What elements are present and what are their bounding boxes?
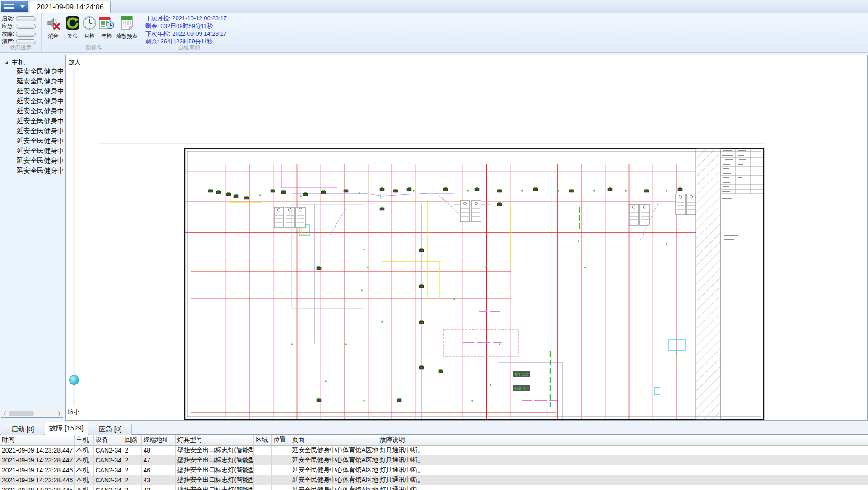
table-cell: 壁挂安全出口标志灯(智能型) <box>175 455 253 465</box>
evacuation-plan-icon <box>119 14 135 32</box>
reset-button[interactable]: 复位 <box>64 14 82 42</box>
tab-start-events[interactable]: 启动 [0] <box>1 424 44 435</box>
table-cell <box>253 465 271 475</box>
column-header[interactable]: 主机 <box>74 435 93 445</box>
table-cell: 2 <box>123 455 141 465</box>
table-row[interactable]: 2021-09-09 14:23:28.446本机CAN2-34243壁挂安全出… <box>0 475 868 485</box>
table-cell: 本机 <box>74 485 93 490</box>
tab-fault-events[interactable]: 故障 [1529] <box>45 422 88 435</box>
event-log-panel: 启动 [0] 故障 [1529] 应急 [0] 时间主机设备回路终端地址灯具型号… <box>0 421 868 490</box>
tree-item-page[interactable]: 延安全民健身中心体育馆A区地下一层 <box>1 67 63 77</box>
floorplan-canvas[interactable]: 放大 缩小 <box>65 55 868 421</box>
zoom-out-label: 缩小 <box>68 408 79 416</box>
app-window: 2021-09-09 14:24:06 启动: 应急: 故障: 消声: 状态提示… <box>0 0 868 490</box>
table-cell: 2 <box>123 445 141 455</box>
next-annual-check-text: 下次年检: 2022-09-09 14:23:17 <box>145 30 227 38</box>
table-cell: 延安全民健身中心体育馆A区地下一层 <box>290 455 378 465</box>
annual-check-button[interactable]: 年检 <box>98 14 116 42</box>
table-cell <box>271 455 290 465</box>
table-cell: 42 <box>141 485 175 490</box>
zoom-slider-track[interactable] <box>73 68 75 406</box>
tree-item-page[interactable]: 延安全民健身中心体育馆A区地下一层 <box>1 77 63 87</box>
tree-item-page[interactable]: 延安全民健身中心体育馆A区地下一层 <box>1 166 63 176</box>
zoom-slider-thumb[interactable] <box>69 375 79 385</box>
scroll-left-arrow-icon[interactable]: ❬ <box>2 410 8 417</box>
table-cell <box>253 445 271 455</box>
table-cell: 46 <box>141 465 175 475</box>
table-cell: 灯具通讯中断。 <box>378 475 444 485</box>
table-cell: 延安全民健身中心体育馆A区地下一层 <box>290 465 378 475</box>
tree-item-page[interactable]: 延安全民健身中心体育馆A区地下一层 <box>1 87 63 97</box>
hamburger-icon <box>4 4 14 9</box>
group-label-actions: 一般操作 <box>42 44 141 51</box>
table-cell: CAN2-34 <box>93 485 123 490</box>
table-row[interactable]: 2021-09-09 14:23:28.447本机CAN2-34248壁挂安全出… <box>0 445 868 455</box>
tree-expand-icon[interactable] <box>5 61 8 64</box>
cad-floorplan-drawing: 安全出口 安全出口 <box>66 55 868 421</box>
table-cell: 壁挂安全出口标志灯(智能型) <box>175 475 253 485</box>
table-row[interactable]: 2021-09-09 14:23:28.446本机CAN2-34246壁挂安全出… <box>0 465 868 475</box>
tree-item-page[interactable]: 延安全民健身中心体育馆A区地下一层 <box>1 137 63 147</box>
column-header[interactable]: 故障说明 <box>378 435 444 445</box>
reset-button-label: 复位 <box>67 32 78 40</box>
mute-button[interactable]: 消音 <box>44 14 62 42</box>
table-cell: 延安全民健身中心体育馆A区地下一层 <box>290 475 378 485</box>
time-tab[interactable]: 2021-09-09 14:24:06 <box>30 1 111 13</box>
column-header[interactable]: 区域 <box>253 435 271 445</box>
column-header[interactable]: 页面 <box>290 435 378 445</box>
next-monthly-check-text: 下次月检: 2021-10-12 00:23:17 <box>145 14 227 23</box>
status-row-fault: 故障: <box>2 31 36 37</box>
exit-sign-text: 安全出口 <box>514 373 529 377</box>
fault-table: 时间主机设备回路终端地址灯具型号区域位置页面故障说明 2021-09-09 14… <box>0 435 868 490</box>
status-indicator-start <box>16 16 36 21</box>
column-header[interactable]: 时间 <box>0 435 74 445</box>
monthly-check-button-label: 月检 <box>84 32 95 40</box>
tree-item-page[interactable]: 延安全民健身中心体育馆A区地下一层 <box>1 157 63 166</box>
table-row[interactable]: 2021-09-09 14:23:28.445本机CAN2-34242壁挂安全出… <box>0 485 868 490</box>
table-cell: 2 <box>123 465 141 475</box>
table-cell: CAN2-34 <box>93 445 123 455</box>
monthly-check-button[interactable]: 月检 <box>80 14 98 42</box>
tab-emergency-events[interactable]: 应急 [0] <box>89 424 132 435</box>
column-header[interactable]: 终端地址 <box>141 435 175 445</box>
group-label-status: 状态提示 <box>0 44 41 51</box>
table-cell: 2 <box>123 475 141 485</box>
top-tab-strip: 2021-09-09 14:24:06 <box>0 0 868 13</box>
evacuation-plan-button[interactable]: 疏散预案 <box>115 14 139 42</box>
column-header[interactable]: 位置 <box>271 435 290 445</box>
table-cell: 43 <box>141 475 175 485</box>
app-menu-button[interactable] <box>1 1 28 12</box>
table-header-row[interactable]: 时间主机设备回路终端地址灯具型号区域位置页面故障说明 <box>0 435 868 445</box>
tree-item-page[interactable]: 延安全民健身中心体育馆A区地下一层 <box>1 97 63 107</box>
column-header[interactable]: 灯具型号 <box>175 435 253 445</box>
status-row-emergency: 应急: <box>2 23 36 29</box>
table-cell: CAN2-34 <box>93 465 123 475</box>
table-cell: 灯具通讯中断。 <box>378 455 444 465</box>
table-cell: CAN2-34 <box>93 475 123 485</box>
table-cell: 47 <box>141 455 175 465</box>
tree-item-page[interactable]: 延安全民健身中心体育馆A区地下一层 <box>1 117 63 127</box>
sidebar-horizontal-scrollbar[interactable]: ❬ ❭ <box>2 410 62 417</box>
status-row-start: 启动: <box>2 16 36 22</box>
table-cell: 延安全民健身中心体育馆A区地下一层 <box>290 445 378 455</box>
table-row[interactable]: 2021-09-09 14:23:28.447本机CAN2-34247壁挂安全出… <box>0 455 868 465</box>
table-cell: 本机 <box>74 475 93 485</box>
column-header[interactable]: 回路 <box>123 435 141 445</box>
scrollbar-thumb[interactable] <box>9 411 34 416</box>
table-cell <box>271 485 290 490</box>
column-header[interactable]: 设备 <box>93 435 123 445</box>
scroll-right-arrow-icon[interactable]: ❭ <box>56 410 62 417</box>
selfcheck-group: 下次月检: 2021-10-12 00:23:17 剩余: 032日09时59分… <box>141 13 237 52</box>
status-indicator-emergency <box>16 24 36 29</box>
reset-icon <box>65 14 80 32</box>
tree-item-page[interactable]: 延安全民健身中心体育馆A区地下一层 <box>1 147 63 157</box>
tree-item-page[interactable]: 延安全民健身中心体育馆A区地下一层 <box>1 107 63 117</box>
mute-speaker-icon <box>46 14 61 32</box>
tree-item-page[interactable]: 延安全民健身中心体育馆A区地下一层 <box>1 127 63 137</box>
table-cell: 壁挂安全出口标志灯(智能型) <box>175 445 253 455</box>
annual-check-calendar-icon <box>99 14 114 32</box>
table-cell <box>271 475 290 485</box>
tree-root-host[interactable]: 主机 <box>1 57 63 67</box>
ribbon-toolbar: 启动: 应急: 故障: 消声: 状态提示 消音 <box>0 13 868 53</box>
table-cell <box>253 485 271 490</box>
